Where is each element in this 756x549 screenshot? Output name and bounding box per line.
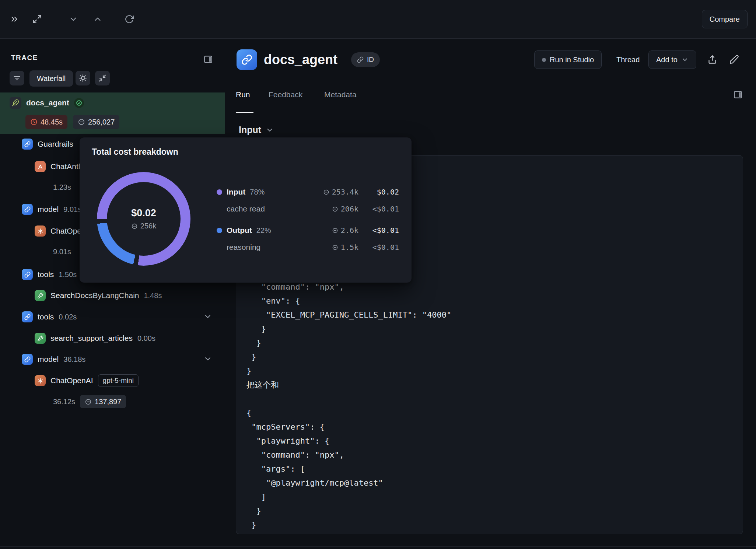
legend-pct: 78%: [250, 188, 265, 196]
expand-icon[interactable]: [32, 14, 42, 24]
run-duration: 36.18s: [63, 355, 85, 364]
chain-icon: [22, 204, 33, 215]
legend-tokens: 253.4k: [332, 188, 358, 196]
panel-toggle-icon[interactable]: [733, 90, 743, 99]
trace-row[interactable]: ChatOpenAI gpt-5-mini: [35, 372, 139, 389]
run-name: model: [38, 355, 59, 364]
run-duration: 0.02s: [59, 313, 77, 321]
trace-row[interactable]: Guardrails: [22, 135, 73, 153]
openai-icon: [35, 225, 46, 237]
legend-cost: <$0.01: [358, 226, 399, 235]
legend-cost: $0.02: [358, 188, 399, 196]
legend-tokens: 2.6k: [341, 226, 358, 235]
run-name: search_support_articles: [50, 334, 133, 343]
tokens-badge: 256,027: [73, 115, 119, 129]
tabs-divider: [225, 113, 756, 113]
active-tab-underline: [236, 112, 253, 113]
id-badge-label: ID: [367, 56, 374, 64]
run-name: Guardrails: [38, 140, 73, 148]
add-to-label: Add to: [656, 56, 678, 64]
total-cost: $0.02: [131, 207, 156, 219]
run-duration: 9.01s: [53, 248, 71, 256]
tab-metadata[interactable]: Metadata: [324, 87, 357, 102]
refresh-icon[interactable]: [125, 14, 134, 24]
run-duration: 1.48s: [144, 291, 162, 300]
total-tokens: 256k: [131, 222, 156, 230]
run-name: tools: [38, 270, 54, 279]
chevron-down-icon[interactable]: [69, 14, 78, 24]
run-duration: 9.01s: [63, 205, 81, 214]
share-icon[interactable]: [707, 55, 717, 64]
tooltip-title: Total cost breakdown: [92, 147, 178, 157]
chain-icon: [22, 269, 33, 280]
trace-row[interactable]: tools 0.02s: [22, 308, 77, 326]
legend-label: cache read: [227, 204, 265, 213]
status-dot: [542, 58, 546, 62]
thread-button[interactable]: Thread: [609, 50, 647, 69]
collapse-panel-icon[interactable]: [10, 14, 19, 24]
tokens-value: 137,897: [95, 398, 121, 406]
trace-row[interactable]: tools 1.50s: [22, 266, 77, 283]
edit-icon[interactable]: [729, 55, 739, 64]
tab-run[interactable]: Run: [236, 87, 250, 102]
trace-root-row[interactable]: docs_agent: [10, 94, 84, 112]
openai-icon: [35, 375, 46, 386]
duration-badge: 48.45s: [25, 115, 67, 129]
legend-row-output: Output 22% 2.6k <$0.01: [217, 222, 399, 239]
cost-donut-chart: $0.02 256k: [97, 172, 190, 266]
chevron-down-icon[interactable]: [203, 312, 212, 321]
legend-tokens: 1.5k: [341, 243, 358, 252]
trace-row[interactable]: model 36.18s: [22, 350, 85, 368]
legend-row-cache-read: cache read 206k <$0.01: [217, 200, 399, 217]
trace-row-meta: 36.12s 137,897: [53, 393, 126, 410]
input-section-label: Input: [239, 125, 261, 135]
chevron-down-icon: [266, 126, 274, 134]
collapse-all-button[interactable]: [95, 71, 110, 85]
minimize-icon: [98, 74, 106, 82]
wrench-icon: [35, 333, 46, 344]
run-name: SearchDocsByLangChain: [50, 291, 139, 300]
legend-cost: <$0.01: [358, 243, 399, 252]
run-duration: 36.12s: [53, 398, 75, 406]
waterfall-button[interactable]: Waterfall: [29, 70, 73, 87]
run-in-studio-button[interactable]: Run in Studio: [534, 50, 602, 69]
duration-value: 48.45s: [41, 118, 63, 126]
run-duration: 0.00s: [137, 334, 155, 343]
feather-icon: [10, 97, 21, 109]
compare-button[interactable]: Compare: [702, 10, 748, 28]
input-section-header[interactable]: Input: [239, 125, 274, 135]
run-name: ChatOpenAI: [50, 376, 93, 385]
link-icon: [357, 56, 364, 63]
panel-toggle-icon[interactable]: [203, 55, 213, 64]
run-duration: 1.50s: [59, 270, 77, 279]
bottom-divider: [0, 546, 756, 547]
chain-icon: [22, 139, 33, 150]
input-dot: [217, 189, 222, 195]
settings-button[interactable]: [76, 71, 90, 85]
chain-icon: [22, 354, 33, 365]
chevron-up-icon[interactable]: [93, 14, 102, 24]
top-toolbar: Compare: [0, 0, 756, 39]
tab-feedback[interactable]: Feedback: [269, 87, 302, 102]
trace-row[interactable]: search_support_articles 0.00s: [35, 329, 155, 347]
token-icon: [85, 398, 92, 405]
trace-row-meta: 1.23s: [53, 178, 71, 196]
filter-button[interactable]: [10, 71, 24, 85]
legend-row-input: Input 78% 253.4k $0.02: [217, 183, 399, 200]
add-to-button[interactable]: Add to: [648, 50, 696, 69]
trace-row[interactable]: SearchDocsByLangChain 1.48s: [35, 287, 162, 304]
chevron-down-icon[interactable]: [203, 354, 212, 363]
token-icon: [332, 206, 338, 212]
tokens-badge: 137,897: [80, 395, 126, 408]
chain-icon: [22, 311, 33, 322]
trace-root-name: docs_agent: [26, 98, 69, 107]
anthropic-icon: [35, 161, 46, 172]
cost-breakdown-tooltip: Total cost breakdown $0.02 256k Input 78…: [80, 137, 412, 283]
legend-label: Input: [227, 188, 245, 196]
legend-row-reasoning: reasoning 1.5k <$0.01: [217, 239, 399, 256]
success-check-icon: [74, 98, 84, 108]
id-badge[interactable]: ID: [351, 52, 380, 67]
model-badge: gpt-5-mini: [98, 374, 139, 387]
output-dot: [217, 228, 222, 233]
trace-row[interactable]: model 9.01s: [22, 200, 81, 218]
